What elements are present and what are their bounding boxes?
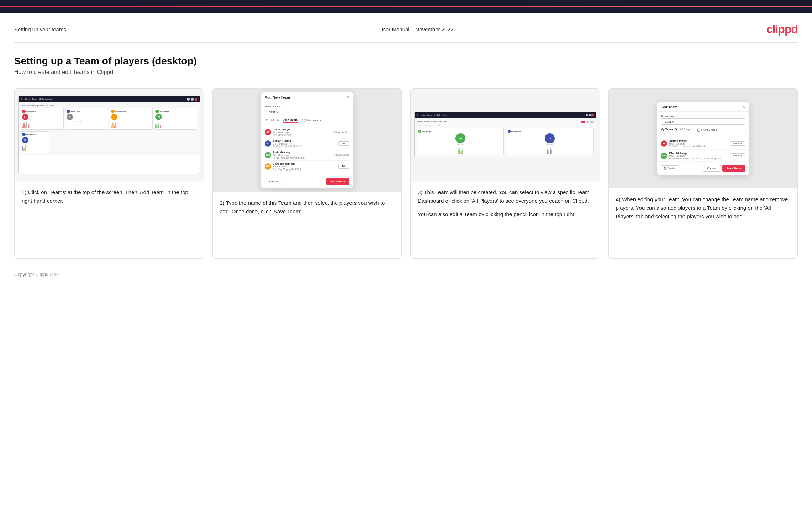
- player-sub-4b: The Gog Magog Golf Club: [273, 168, 302, 170]
- edit-modal-header: Edit Team ✕: [657, 102, 749, 112]
- remove-player-1-button[interactable]: Remove: [730, 141, 745, 146]
- edit-modal-footer: 🗑 Delete Cancel Save Team: [657, 162, 749, 175]
- player-sub-2a: 1.5 Handicap: [273, 143, 303, 145]
- player-sub-4a: 3.5 Handicap: [273, 165, 302, 168]
- richard-score-circle: 72: [545, 133, 555, 143]
- card-3-text: 3) This Team will then be created. You c…: [411, 181, 600, 227]
- card-3-step-text-1: 3) This Team will then be created. You c…: [418, 188, 592, 205]
- edit-player-sub-2a: Plus Handicap: [669, 155, 721, 157]
- edit-player-name-2: Blair McHarg: [669, 151, 721, 155]
- edit-save-team-button[interactable]: Save Team: [722, 165, 745, 172]
- card-1-step-text: 1) Click on 'Teams' at the top of the sc…: [22, 189, 188, 204]
- edit-player-sub-1b: The Shire London, United Kingdom: [669, 145, 708, 148]
- team-name-label: Team Name *: [265, 105, 349, 108]
- player-avatar-1: AP: [265, 129, 271, 135]
- dashboard-mockup-2: Home Teams My Performance Players Handic…: [414, 112, 596, 158]
- player-name-4: Dave Billingham: [273, 162, 302, 165]
- edit-filter-checkbox[interactable]: [697, 129, 700, 132]
- modal-player-list: AP Adrian Player Plus Handicap The Shire…: [265, 127, 349, 172]
- header: Setting up your teams User Manual – Nove…: [0, 13, 812, 42]
- edit-player-row-2: BM Blair McHarg Plus Handicap Royal Nort…: [657, 150, 749, 162]
- edit-filter-label: Filter by name: [701, 129, 717, 131]
- modal-player-row-4: DB Dave Billingham 3.5 Handicap The Gog …: [265, 161, 349, 172]
- edit-player-details-2: Blair McHarg Plus Handicap Royal North D…: [669, 151, 721, 160]
- edit-team-name-input[interactable]: Team A: [661, 118, 745, 125]
- bar-chart-4: [155, 121, 196, 128]
- top-bar: [0, 0, 812, 13]
- add-player-4-button[interactable]: Add: [338, 164, 349, 169]
- edit-player-name-1: Adrian Player: [669, 139, 708, 143]
- player-sub-1b: The Shire London: [273, 134, 292, 136]
- save-team-button[interactable]: Save Team: [326, 178, 349, 185]
- dashboard-mockup-1: Home Teams My Performance Finding 6 out …: [18, 96, 200, 174]
- edit-team-name-label: Team Name *: [661, 114, 745, 118]
- add-player-2-button[interactable]: Add: [338, 141, 349, 146]
- player-details-4: Dave Billingham 3.5 Handicap The Gog Mag…: [273, 162, 302, 170]
- modal-player-row-1: AP Adrian Player Plus Handicap The Shire…: [265, 127, 349, 138]
- header-left-text: Setting up your teams: [14, 26, 66, 32]
- card-2: Add New Team ✕ Team Name * Team A My Tea…: [212, 88, 402, 259]
- bar-chart-3: [111, 121, 151, 128]
- nav-dot: [21, 98, 22, 100]
- bar-chart-5: [22, 144, 48, 151]
- score-card-blair: Blair McHarg 94 Player Quality: [417, 128, 504, 155]
- modal-player-row-2: AC Adrian Coliba 1.5 Handicap Central Lo…: [265, 138, 349, 149]
- card-4-text: 4) When editing your Team, you can chang…: [609, 188, 798, 229]
- edit-player-sub-2b: Royal North Devon Golf Club, United King…: [669, 157, 721, 160]
- edit-player-sub-1a: Plus Handicap: [669, 143, 708, 145]
- player-info-3: BM Blair McHarg Plus Handicap Royal Nort…: [265, 151, 305, 159]
- page-title: Setting up a Team of players (desktop): [14, 55, 798, 67]
- trash-icon: 🗑: [664, 167, 667, 170]
- cancel-button[interactable]: Cancel: [265, 178, 283, 185]
- score-0: 0: [67, 114, 73, 120]
- edit-modal-close-icon[interactable]: ✕: [742, 105, 745, 109]
- modal-header: Add New Team ✕: [261, 92, 353, 102]
- edit-player-info-2: BM Blair McHarg Plus Handicap Royal Nort…: [661, 151, 721, 160]
- player-status-3: Player Added: [334, 154, 349, 156]
- card-3: Home Teams My Performance Players Handic…: [410, 88, 600, 259]
- edit-tab-my-team[interactable]: My Team (2): [661, 128, 677, 132]
- edit-cancel-button[interactable]: Cancel: [703, 165, 721, 172]
- score-78: 78: [155, 114, 162, 120]
- edit-player-info-1: AP Adrian Player Plus Handicap The Shire…: [661, 139, 708, 148]
- tab-my-team[interactable]: My Team (2): [265, 118, 280, 123]
- remove-player-2-button[interactable]: Remove: [730, 153, 745, 158]
- dash2-content: Players Handicap Details Add Team Findin…: [415, 118, 596, 158]
- accent-bar: [0, 6, 812, 7]
- player-sub-3a: Plus Handicap: [273, 154, 305, 156]
- player-avatar-3: BM: [265, 152, 271, 158]
- edit-modal-tabs: My Team (2) All Players Filter by name: [661, 128, 745, 134]
- blair-bar-chart: [418, 146, 502, 154]
- modal-close-icon[interactable]: ✕: [346, 95, 349, 100]
- delete-team-button[interactable]: 🗑 Delete: [661, 165, 678, 171]
- modal-player-row-3: BM Blair McHarg Plus Handicap Royal Nort…: [265, 149, 349, 161]
- tab-all-players[interactable]: All Players: [283, 118, 298, 123]
- modal-tabs: My Team (2) All Players Filter by name: [265, 118, 349, 124]
- edit-avatar-1: AP: [661, 140, 667, 147]
- player-scores-row: Blair McHarg 94 Player Quality: [417, 128, 594, 155]
- players-grid-1: Adrian Collins 84: [21, 108, 197, 130]
- filter-checkbox[interactable]: [302, 119, 305, 122]
- nav-text: Home Teams My Performance: [25, 98, 52, 100]
- mock-nav-1: Home Teams My Performance: [19, 96, 200, 102]
- edit-tab-all-players[interactable]: All Players: [680, 128, 693, 132]
- player-sub-3b: Royal North Devon Golf Club: [273, 156, 305, 159]
- delete-label: Delete: [668, 167, 675, 170]
- player-name-3: Blair McHarg: [273, 151, 305, 154]
- player-sub-2b: Central London Golf Centre: [273, 145, 303, 148]
- card-2-screenshot: Add New Team ✕ Team Name * Team A My Tea…: [213, 89, 402, 192]
- card-4-screenshot: Edit Team ✕ Team Name * Team A My Team (…: [609, 89, 798, 188]
- edit-modal-title: Edit Team: [661, 105, 677, 109]
- edit-team-modal: Edit Team ✕ Team Name * Team A My Team (…: [657, 102, 749, 175]
- player-details-2: Adrian Coliba 1.5 Handicap Central Londo…: [273, 139, 303, 148]
- player-status-1: Player Added: [334, 131, 349, 133]
- card-1-screenshot: Home Teams My Performance Finding 6 out …: [15, 89, 204, 181]
- score-card-richard: Richard Butler 72 Player Quality: [506, 128, 593, 155]
- team-name-input[interactable]: Team A: [265, 109, 349, 115]
- player-name-1: Adrian Player: [273, 128, 292, 131]
- blair-score-circle: 94: [455, 133, 465, 143]
- edit-modal-body: Team Name * Team A My Team (2) All Playe…: [657, 112, 749, 138]
- player-info-2: AC Adrian Coliba 1.5 Handicap Central Lo…: [265, 139, 303, 148]
- main-content: Setting up a Team of players (desktop) H…: [0, 43, 812, 266]
- nav-dot-2: [417, 114, 418, 116]
